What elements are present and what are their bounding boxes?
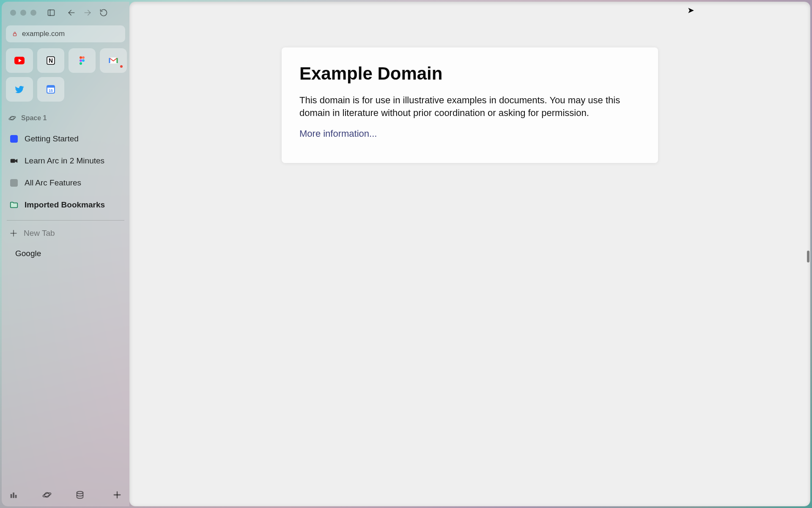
reload-button[interactable] bbox=[96, 6, 111, 20]
sidebar-item-label: Imported Bookmarks bbox=[25, 200, 105, 210]
window-traffic-lights[interactable] bbox=[10, 10, 36, 16]
svg-text:15: 15 bbox=[49, 88, 53, 93]
video-camera-icon bbox=[9, 156, 19, 166]
sidebar: example.com N bbox=[2, 2, 129, 506]
page-title: Example Domain bbox=[299, 64, 640, 84]
pinned-gmail[interactable] bbox=[100, 48, 127, 73]
folder-icon bbox=[9, 200, 19, 210]
svg-marker-21 bbox=[15, 159, 18, 163]
plus-icon bbox=[9, 229, 18, 237]
more-information-link[interactable]: More information... bbox=[299, 128, 377, 139]
page-body: This domain is for use in illustrative e… bbox=[299, 94, 640, 119]
sidebar-item-imported-bookmarks[interactable]: Imported Bookmarks bbox=[6, 194, 125, 216]
sidebar-item-label: All Arc Features bbox=[25, 178, 81, 188]
url-bar[interactable]: example.com bbox=[6, 25, 125, 42]
sidebar-item-all-features[interactable]: All Arc Features bbox=[6, 172, 125, 194]
svg-rect-4 bbox=[14, 33, 16, 36]
tab-label: Google bbox=[15, 249, 41, 258]
svg-point-12 bbox=[82, 59, 85, 62]
unread-badge-icon bbox=[120, 65, 123, 68]
scrollbar-thumb[interactable] bbox=[807, 251, 809, 262]
lock-icon bbox=[12, 31, 18, 37]
sidebar-footer bbox=[6, 487, 125, 502]
sidebar-item-learn-arc[interactable]: Learn Arc in 2 Minutes bbox=[6, 150, 125, 172]
youtube-icon bbox=[14, 55, 25, 66]
pinned-twitter[interactable] bbox=[6, 77, 33, 102]
google-calendar-icon: 15 bbox=[46, 84, 56, 94]
arrow-left-icon bbox=[67, 8, 76, 17]
svg-rect-27 bbox=[15, 495, 17, 498]
url-text: example.com bbox=[22, 30, 65, 38]
svg-rect-20 bbox=[11, 159, 15, 163]
figma-icon bbox=[77, 55, 87, 66]
page-content: Example Domain This domain is for use in… bbox=[129, 2, 810, 506]
new-tab-label: New Tab bbox=[24, 229, 55, 238]
pinned-notion[interactable]: N bbox=[37, 48, 64, 73]
svg-rect-16 bbox=[47, 86, 55, 88]
reload-icon bbox=[99, 8, 108, 17]
pinned-figma[interactable] bbox=[69, 48, 96, 73]
close-dot-icon[interactable] bbox=[10, 10, 16, 16]
notion-icon: N bbox=[46, 55, 56, 66]
spaces-button[interactable] bbox=[42, 490, 52, 500]
sidebar-toggle-icon bbox=[47, 8, 55, 17]
nav-back-button[interactable] bbox=[64, 6, 79, 20]
new-tab-button[interactable]: New Tab bbox=[6, 223, 125, 243]
plus-icon bbox=[112, 490, 122, 500]
sidebar-divider bbox=[7, 220, 124, 221]
library-icon bbox=[9, 490, 19, 500]
svg-point-11 bbox=[80, 59, 82, 62]
pinned-apps-grid: N 15 bbox=[6, 48, 125, 102]
gmail-icon bbox=[108, 55, 118, 66]
square-favicon-icon bbox=[9, 178, 19, 188]
library-button[interactable] bbox=[9, 490, 19, 500]
minimize-dot-icon[interactable] bbox=[20, 10, 26, 16]
twitter-icon bbox=[14, 84, 25, 94]
svg-point-30 bbox=[77, 491, 83, 494]
sidebar-item-label: Learn Arc in 2 Minutes bbox=[25, 156, 104, 166]
stack-icon bbox=[75, 490, 85, 500]
svg-point-9 bbox=[80, 56, 82, 59]
svg-text:N: N bbox=[49, 57, 53, 64]
browser-window: example.com N bbox=[2, 2, 810, 506]
sidebar-item-getting-started[interactable]: Getting Started bbox=[6, 128, 125, 150]
archive-button[interactable] bbox=[75, 490, 85, 500]
nav-forward-button[interactable] bbox=[80, 6, 95, 20]
sidebar-item-label: Getting Started bbox=[25, 134, 79, 144]
zoom-dot-icon[interactable] bbox=[30, 10, 36, 16]
arrow-right-icon bbox=[83, 8, 92, 17]
planet-icon bbox=[42, 490, 52, 500]
window-topbar bbox=[6, 2, 125, 24]
planet-icon bbox=[8, 114, 16, 122]
toggle-sidebar-button[interactable] bbox=[44, 6, 58, 20]
space-selector[interactable]: Space 1 bbox=[6, 112, 125, 124]
footer-new-tab-button[interactable] bbox=[112, 490, 122, 500]
svg-point-19 bbox=[8, 116, 16, 121]
pinned-youtube[interactable] bbox=[6, 48, 33, 73]
svg-point-13 bbox=[80, 62, 82, 65]
svg-point-29 bbox=[42, 492, 51, 498]
svg-rect-25 bbox=[11, 494, 12, 498]
tab-google[interactable]: Google bbox=[6, 243, 125, 264]
space-label: Space 1 bbox=[21, 114, 47, 122]
content-card: Example Domain This domain is for use in… bbox=[282, 47, 658, 163]
svg-rect-26 bbox=[13, 493, 14, 498]
svg-point-10 bbox=[82, 56, 85, 59]
square-favicon-icon bbox=[9, 134, 19, 144]
svg-rect-0 bbox=[48, 10, 55, 15]
pinned-google-calendar[interactable]: 15 bbox=[37, 77, 64, 102]
